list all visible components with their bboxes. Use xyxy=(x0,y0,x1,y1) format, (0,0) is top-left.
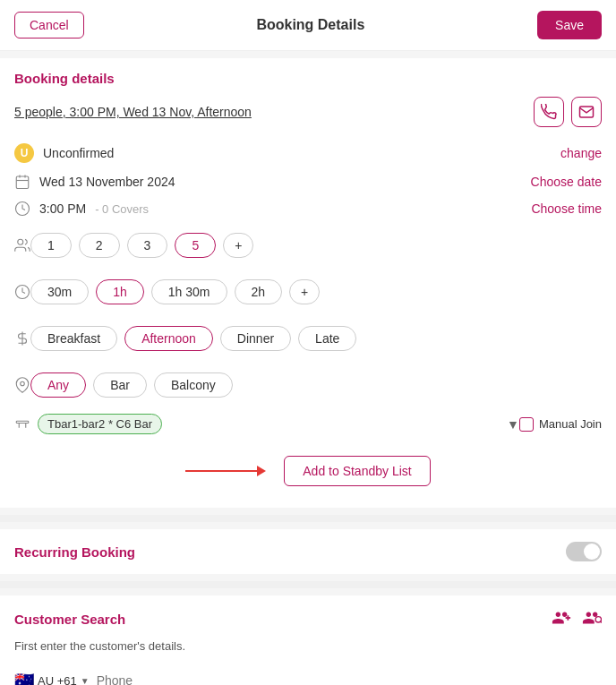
booking-details-section: Booking details 5 people, 3:00 PM, Wed 1… xyxy=(0,58,616,508)
meal-pills: Breakfast Afternoon Dinner Late xyxy=(30,321,602,356)
table-row: Tbar1-bar2 * C6 Bar ▼ Manual Join xyxy=(14,408,602,440)
svg-rect-0 xyxy=(16,176,29,189)
time-row: 3:00 PM - 0 Covers Choose time xyxy=(14,195,602,222)
duration-1h[interactable]: 1h xyxy=(96,279,144,304)
duration-30m[interactable]: 30m xyxy=(30,279,89,304)
divider-1 xyxy=(0,515,616,522)
recurring-row: Recurring Booking xyxy=(14,542,602,561)
phone-input[interactable] xyxy=(97,673,602,685)
guests-row: 1 2 3 5 + xyxy=(14,222,602,269)
customer-action-icons xyxy=(552,608,602,630)
arrow-line xyxy=(185,470,257,472)
phone-row: 🇦🇺 AU +61 ▼ xyxy=(14,664,602,685)
manual-join-row: Manual Join xyxy=(519,417,602,432)
guests-pills: 1 2 3 5 + xyxy=(30,227,602,263)
contact-icons xyxy=(534,97,602,127)
recurring-title: Recurring Booking xyxy=(14,544,135,560)
save-button[interactable]: Save xyxy=(537,11,602,39)
customer-search-header: Customer Search xyxy=(14,608,602,630)
svg-point-5 xyxy=(18,239,23,244)
meal-breakfast[interactable]: Breakfast xyxy=(30,326,117,351)
recurring-booking-section: Recurring Booking xyxy=(0,529,616,574)
phone-icon-button[interactable] xyxy=(534,97,564,127)
arrow-indicator xyxy=(185,466,266,476)
choose-date-link[interactable]: Choose date xyxy=(531,175,602,189)
customer-description: First enter the customer's details. xyxy=(14,639,602,653)
area-any[interactable]: Any xyxy=(30,372,86,398)
arrow-head xyxy=(257,466,266,476)
change-status-link[interactable]: change xyxy=(560,146,602,160)
manual-join-checkbox[interactable] xyxy=(519,417,534,432)
booking-summary: 5 people, 3:00 PM, Wed 13 Nov, Afternoon xyxy=(14,105,252,119)
svg-line-15 xyxy=(601,621,602,622)
guests-5[interactable]: 5 xyxy=(175,233,216,258)
area-row: Any Bar Balcony xyxy=(14,362,602,408)
manual-join-label: Manual Join xyxy=(539,417,602,431)
svg-point-14 xyxy=(595,617,601,622)
duration-row: 30m 1h 1h 30m 2h + xyxy=(14,269,602,315)
search-customer-icon[interactable] xyxy=(582,608,602,630)
svg-point-8 xyxy=(21,381,25,386)
date-row: Wed 13 November 2024 Choose date xyxy=(14,168,602,195)
header: Cancel Booking Details Save xyxy=(0,0,616,51)
cancel-button[interactable]: Cancel xyxy=(14,12,84,39)
summary-row: 5 people, 3:00 PM, Wed 13 Nov, Afternoon xyxy=(14,97,602,127)
duration-pills: 30m 1h 1h 30m 2h + xyxy=(30,274,602,310)
duration-1h30m[interactable]: 1h 30m xyxy=(151,279,227,304)
time-value: 3:00 PM xyxy=(39,201,86,216)
area-bar[interactable]: Bar xyxy=(93,372,147,398)
meal-row: Breakfast Afternoon Dinner Late xyxy=(14,315,602,362)
guests-3[interactable]: 3 xyxy=(127,233,168,258)
country-flag: 🇦🇺 xyxy=(14,671,34,685)
country-selector[interactable]: 🇦🇺 AU +61 ▼ xyxy=(14,671,90,685)
guests-1[interactable]: 1 xyxy=(30,233,72,258)
meal-dinner[interactable]: Dinner xyxy=(220,326,291,351)
covers-text: - 0 Covers xyxy=(95,202,149,216)
page-title: Booking Details xyxy=(256,17,364,33)
area-balcony[interactable]: Balcony xyxy=(154,372,233,398)
add-to-standby-button[interactable]: Add to Standby List xyxy=(284,456,430,486)
country-code: AU +61 xyxy=(38,674,77,686)
choose-time-link[interactable]: Choose time xyxy=(531,201,602,216)
status-row: U Unconfirmed change xyxy=(14,138,602,168)
customer-search-title: Customer Search xyxy=(14,612,125,627)
guests-plus[interactable]: + xyxy=(223,233,253,258)
guests-2[interactable]: 2 xyxy=(79,233,120,258)
status-label: Unconfirmed xyxy=(43,146,114,160)
status-badge: U xyxy=(14,143,34,163)
duration-2h[interactable]: 2h xyxy=(235,279,283,304)
add-customer-icon[interactable] xyxy=(552,608,571,630)
svg-rect-9 xyxy=(16,421,29,423)
email-icon-button[interactable] xyxy=(571,97,602,127)
table-dropdown-icon[interactable]: ▼ xyxy=(507,417,519,432)
standby-container: Add to Standby List xyxy=(14,440,602,495)
meal-late[interactable]: Late xyxy=(298,326,356,351)
recurring-toggle[interactable] xyxy=(566,542,602,561)
date-value: Wed 13 November 2024 xyxy=(39,175,175,189)
table-tag[interactable]: Tbar1-bar2 * C6 Bar xyxy=(38,414,162,434)
meal-afternoon[interactable]: Afternoon xyxy=(124,326,213,351)
customer-search-section: Customer Search First enter the customer… xyxy=(0,595,616,685)
divider-2 xyxy=(0,581,616,588)
chevron-down-icon: ▼ xyxy=(81,676,90,686)
area-pills: Any Bar Balcony xyxy=(30,367,602,403)
booking-details-title: Booking details xyxy=(14,71,602,86)
duration-plus[interactable]: + xyxy=(289,279,320,304)
